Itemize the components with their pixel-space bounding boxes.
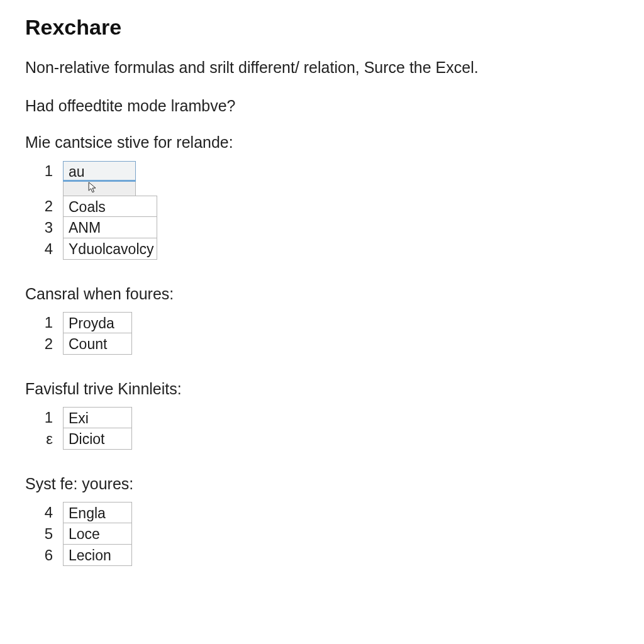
cell[interactable]: Lecion bbox=[63, 545, 132, 566]
cell[interactable]: Diciot bbox=[63, 428, 132, 450]
cell[interactable]: Engla bbox=[63, 502, 132, 523]
section-1: Mie cantsice stive for relande: 1 au 2 C… bbox=[25, 133, 619, 260]
row-number: 2 bbox=[25, 197, 63, 215]
cell[interactable]: ANM bbox=[63, 217, 157, 238]
dropdown-preview[interactable] bbox=[63, 182, 136, 196]
row-number: ε bbox=[25, 430, 63, 448]
row-number: 5 bbox=[25, 525, 63, 543]
row-number: 6 bbox=[25, 547, 63, 564]
row-number: 3 bbox=[25, 219, 63, 236]
cell[interactable]: Exi bbox=[63, 407, 132, 428]
row-number: 1 bbox=[25, 314, 63, 331]
section-1-grid: 1 au 2 Coals 3 ANM 4 Yduolcavolcy bbox=[25, 160, 157, 260]
section-4-grid: 4 Engla 5 Loce 6 Lecion bbox=[25, 502, 132, 566]
section-4-label: Syst fe: youres: bbox=[25, 475, 619, 493]
cursor-icon bbox=[88, 182, 97, 194]
cell[interactable]: Proyda bbox=[63, 312, 132, 333]
row-number: 1 bbox=[25, 162, 63, 180]
section-4: Syst fe: youres: 4 Engla 5 Loce 6 Lecion bbox=[25, 475, 619, 566]
row-number: 1 bbox=[25, 409, 63, 426]
section-2: Cansral when foures: 1 Proyda 2 Count bbox=[25, 285, 619, 355]
cell-editing[interactable]: au bbox=[63, 161, 136, 181]
section-3: Favisful trive Kinnleits: 1 Exi ε Diciot bbox=[25, 380, 619, 450]
section-2-label: Cansral when foures: bbox=[25, 285, 619, 303]
cell[interactable]: Loce bbox=[63, 523, 132, 545]
intro-paragraph-2: Had offeedtite mode lrambve? bbox=[25, 96, 619, 116]
section-3-label: Favisful trive Kinnleits: bbox=[25, 380, 619, 398]
row-number: 4 bbox=[25, 240, 63, 258]
row-number: 2 bbox=[25, 335, 63, 353]
cell[interactable]: Coals bbox=[63, 196, 157, 217]
section-2-grid: 1 Proyda 2 Count bbox=[25, 312, 132, 355]
section-3-grid: 1 Exi ε Diciot bbox=[25, 407, 132, 450]
cell[interactable]: Yduolcavolcy bbox=[63, 238, 157, 260]
cell[interactable]: Count bbox=[63, 333, 132, 355]
section-1-label: Mie cantsice stive for relande: bbox=[25, 133, 619, 152]
intro-paragraph-1: Non-relative formulas and srilt differen… bbox=[25, 57, 619, 78]
row-number: 4 bbox=[25, 504, 63, 521]
page-title: Rexchare bbox=[25, 15, 619, 40]
